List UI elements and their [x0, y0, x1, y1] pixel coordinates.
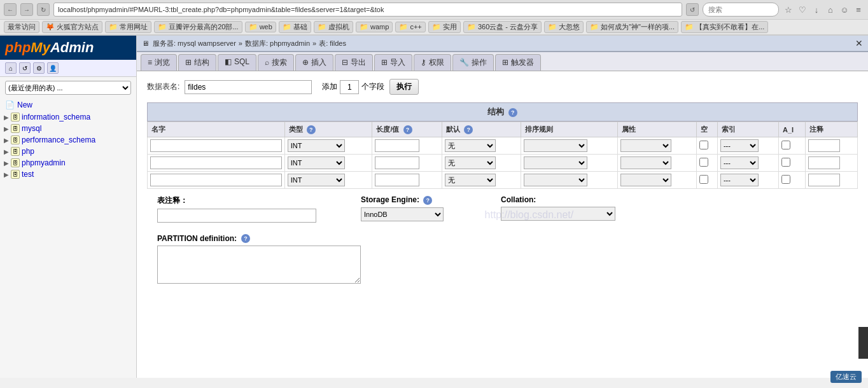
collation-section: Collation: utf8_general_ci utf8mb4_unico… [501, 195, 628, 223]
field-type-select-3[interactable]: INT VARCHAR TEXT [288, 174, 345, 186]
star-icon[interactable]: ☆ [783, 4, 794, 15]
back-button[interactable]: ← [4, 3, 17, 16]
table-comment-input[interactable] [157, 209, 316, 223]
field-name-input-1[interactable] [150, 139, 282, 152]
brand-badge: 亿速云 [830, 371, 862, 378]
db-item-information-schema[interactable]: ▶ 🗄 information_schema [0, 111, 136, 123]
field-attr-select-2[interactable] [620, 156, 671, 169]
fields-count-input[interactable] [340, 80, 359, 94]
structure-help-icon[interactable]: ? [508, 108, 517, 117]
tab-browse[interactable]: ≡浏览 [141, 54, 177, 71]
home-sidebar-icon[interactable]: ⌂ [5, 62, 17, 74]
bookmark-item[interactable]: 📁 如何成为"神"一样的项... [586, 21, 678, 33]
db-item-performance-schema[interactable]: ▶ 🗄 performance_schema [0, 134, 136, 146]
bookmark-item[interactable]: 📁 c++ [395, 22, 425, 32]
bookmark-item[interactable]: 🦊 火狐官方站点 [42, 21, 102, 33]
field-null-check-3[interactable] [699, 175, 708, 184]
search-input[interactable] [703, 3, 779, 17]
db-item-test[interactable]: ▶ 🗄 test [0, 169, 136, 180]
reload-button[interactable]: ↺ [686, 3, 699, 16]
refresh-sidebar-icon[interactable]: ↺ [19, 62, 31, 74]
bookmark-item[interactable]: 📁 wamp [356, 22, 393, 32]
refresh-button[interactable]: ↻ [37, 3, 50, 16]
tab-import[interactable]: ⊞导入 [374, 54, 412, 71]
bookmark-item[interactable]: 📁 豆瓣评分最高的20部... [154, 21, 242, 33]
field-name-input-3[interactable] [150, 174, 282, 186]
field-default-select-1[interactable]: 无 NULL CURRENT_TIMESTAMP [445, 139, 496, 152]
db-item-phpmyadmin[interactable]: ▶ 🗄 phpmyadmin [0, 157, 136, 169]
collation-select[interactable]: utf8_general_ci utf8mb4_unicode_ci [501, 207, 615, 221]
field-collation-select-2[interactable] [524, 156, 587, 169]
field-length-input-3[interactable] [375, 174, 419, 186]
bookmark-item[interactable]: 📁 web [245, 22, 276, 32]
tab-structure[interactable]: ⊞结构 [178, 54, 216, 71]
server-breadcrumb[interactable]: 服务器: mysql wampserver [153, 39, 236, 48]
forward-button[interactable]: → [20, 3, 33, 16]
field-null-check-1[interactable] [699, 141, 708, 149]
avatar-icon[interactable]: ☺ [839, 4, 850, 15]
field-comment-input-2[interactable] [808, 156, 840, 169]
type-help-icon[interactable]: ? [307, 125, 316, 134]
table-name-input[interactable] [185, 80, 312, 94]
length-help-icon[interactable]: ? [403, 125, 412, 134]
field-ai-check-1[interactable] [781, 141, 790, 149]
new-link[interactable]: 📄 New [0, 99, 136, 111]
menu-icon[interactable]: ≡ [853, 4, 864, 15]
bookmark-item[interactable]: 📁 虚拟机 [314, 21, 353, 33]
tab-privileges[interactable]: ⚷权限 [414, 54, 451, 71]
db-item-php[interactable]: ▶ 🗄 php [0, 146, 136, 157]
tab-triggers[interactable]: ⊞触发器 [495, 54, 541, 71]
partition-textarea[interactable] [157, 246, 361, 284]
field-default-select-3[interactable]: 无 NULL [445, 174, 496, 186]
tab-export[interactable]: ⊟导出 [335, 54, 373, 71]
field-ai-check-3[interactable] [781, 175, 790, 184]
field-null-check-2[interactable] [699, 158, 708, 167]
field-ai-check-2[interactable] [781, 158, 790, 167]
tab-operations[interactable]: 🔧操作 [452, 54, 494, 71]
table-row: INT VARCHAR TEXT DATE FLOAT 无 NULL [148, 137, 858, 155]
storage-engine-select[interactable]: InnoDB MyISAM MEMORY [361, 207, 444, 221]
pma-logo: phpMyAdmin [0, 36, 136, 60]
field-collation-select-1[interactable] [524, 139, 587, 152]
recent-tables-select[interactable]: (最近使用的表) ... [5, 81, 131, 95]
db-name: information_schema [22, 113, 90, 121]
partition-help-icon[interactable]: ? [241, 234, 250, 243]
user-icon[interactable]: ♡ [797, 4, 808, 15]
field-index-select-1[interactable]: --- PRIMARY INDEX UNIQUE [720, 139, 759, 152]
field-comment-input-1[interactable] [808, 139, 840, 152]
storage-help-icon[interactable]: ? [423, 196, 432, 205]
field-length-input-1[interactable] [375, 139, 419, 152]
field-collation-select-3[interactable] [524, 174, 587, 186]
close-panel-icon[interactable]: ✕ [855, 38, 863, 48]
field-index-select-3[interactable]: --- PRIMARY [720, 174, 759, 186]
field-attr-select-1[interactable] [620, 139, 671, 152]
db-item-mysql[interactable]: ▶ 🗄 mysql [0, 123, 136, 134]
field-length-input-2[interactable] [375, 156, 419, 169]
field-default-select-2[interactable]: 无 NULL [445, 156, 496, 169]
bookmark-item[interactable]: 📁 【真实到不敢看】在... [681, 21, 768, 33]
field-index-select-2[interactable]: --- PRIMARY [720, 156, 759, 169]
bookmark-item[interactable]: 📁 常用网址 [105, 21, 151, 33]
execute-button[interactable]: 执行 [389, 79, 419, 95]
field-comment-input-3[interactable] [808, 174, 840, 186]
bookmark-item[interactable]: 📁 实用 [428, 21, 461, 33]
user-sidebar-icon[interactable]: 👤 [47, 62, 59, 74]
field-name-input-2[interactable] [150, 156, 282, 169]
home-icon[interactable]: ⌂ [825, 4, 836, 15]
field-type-select-1[interactable]: INT VARCHAR TEXT DATE FLOAT [288, 139, 345, 152]
bookmark-item[interactable]: 📁 360云盘 - 云盘分享 [463, 21, 542, 33]
download-icon[interactable]: ↓ [811, 4, 822, 15]
bookmark-item[interactable]: 最常访问 [4, 21, 39, 33]
address-bar[interactable] [53, 3, 682, 17]
tab-sql[interactable]: ◧SQL [218, 54, 256, 71]
default-help-icon[interactable]: ? [464, 125, 473, 134]
bookmark-item[interactable]: 📁 基础 [279, 21, 311, 33]
settings-sidebar-icon[interactable]: ⚙ [33, 62, 45, 74]
field-attr-select-3[interactable] [620, 174, 671, 186]
field-type-select-2[interactable]: INT VARCHAR TEXT [288, 156, 345, 169]
tab-insert[interactable]: ⊕插入 [295, 54, 333, 71]
bookmark-item[interactable]: 📁 大忽悠 [544, 21, 584, 33]
scrollbar[interactable] [858, 327, 868, 359]
database-breadcrumb[interactable]: 数据库: phpmyadmin [245, 39, 310, 48]
tab-search[interactable]: ⌕搜索 [258, 54, 294, 71]
